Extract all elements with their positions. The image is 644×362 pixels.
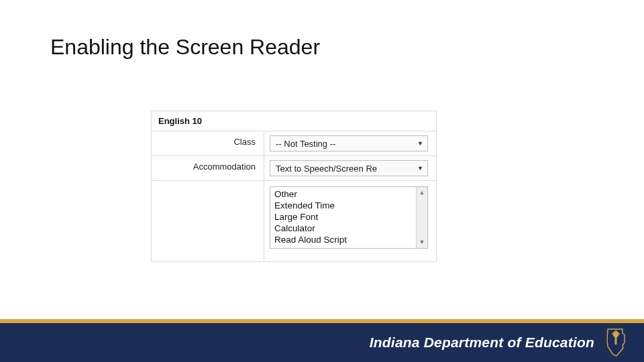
panel-header: English 10: [152, 111, 436, 131]
brand: Indiana Department of Education: [370, 328, 629, 357]
accommodation-label: Accommodation: [152, 156, 264, 180]
accommodation-listbox[interactable]: Other Extended Time Large Font Calculato…: [270, 186, 428, 249]
row-accommodation: Accommodation Text to Speech/Screen Re ▼: [152, 156, 436, 181]
slide-title: Enabling the Screen Reader: [50, 35, 320, 60]
list-item[interactable]: Other: [274, 188, 412, 200]
list-item[interactable]: Read Aloud Script: [274, 234, 412, 245]
scroll-up-icon[interactable]: ▲: [419, 190, 425, 196]
footer: Indiana Department of Education: [0, 319, 644, 362]
list-spacer: [152, 181, 264, 261]
indiana-state-icon: [602, 328, 629, 357]
row-accommodation-list: Other Extended Time Large Font Calculato…: [152, 181, 436, 261]
class-select-value: -- Not Testing --: [276, 139, 335, 149]
chevron-down-icon: ▼: [417, 140, 423, 147]
list-item[interactable]: Large Font: [274, 211, 412, 223]
svg-rect-1: [615, 337, 617, 345]
scrollbar[interactable]: ▲ ▼: [416, 187, 427, 248]
class-select[interactable]: -- Not Testing -- ▼: [270, 135, 428, 152]
settings-panel: English 10 Class -- Not Testing -- ▼ Acc…: [151, 111, 437, 262]
list-item[interactable]: Calculator: [274, 223, 412, 234]
accommodation-select[interactable]: Text to Speech/Screen Re ▼: [270, 160, 428, 176]
class-label: Class: [152, 131, 264, 156]
footer-bar: Indiana Department of Education: [0, 323, 644, 362]
accommodation-select-value: Text to Speech/Screen Re: [276, 164, 377, 174]
chevron-down-icon: ▼: [417, 165, 423, 172]
scroll-down-icon[interactable]: ▼: [419, 239, 425, 245]
list-item[interactable]: Extended Time: [274, 200, 412, 211]
row-class: Class -- Not Testing -- ▼: [152, 131, 436, 156]
brand-text: Indiana Department of Education: [370, 335, 594, 351]
